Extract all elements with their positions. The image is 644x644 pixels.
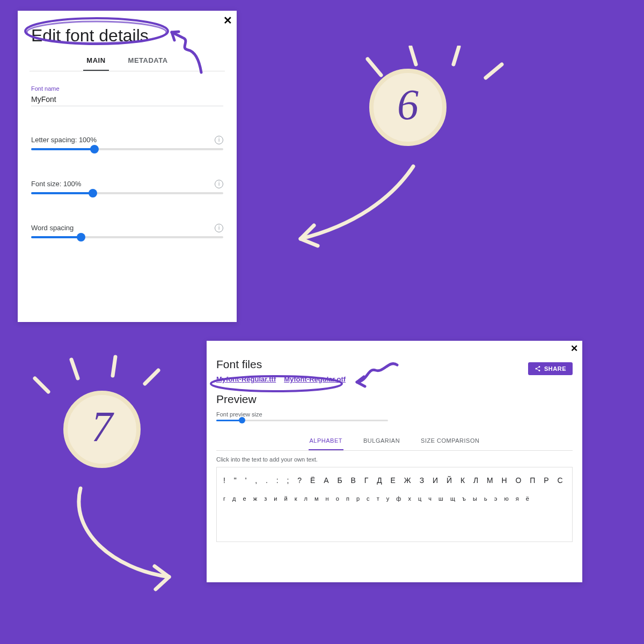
share-label: SHARE	[544, 365, 566, 372]
svg-line-13	[145, 370, 158, 384]
preview-tabs: ALPHABET BULGARIAN SIZE COMPARISON	[216, 432, 573, 451]
preview-size-slider[interactable]	[216, 420, 388, 421]
letter-spacing-group: Letter spacing: 100% i	[18, 136, 237, 150]
tab-main[interactable]: MAIN	[83, 51, 108, 71]
close-icon[interactable]: ✕	[223, 14, 232, 27]
arrow-icon	[64, 483, 188, 596]
share-button[interactable]: SHARE	[528, 362, 573, 375]
tab-size-comparison[interactable]: SIZE COMPARISON	[420, 432, 480, 450]
file-link-ttf[interactable]: Myfont-Regular.ttf	[216, 375, 276, 383]
file-link-otf[interactable]: Myfont-Regular.otf	[284, 375, 346, 383]
word-spacing-slider[interactable]	[31, 236, 223, 238]
panel-title: Edit font details	[18, 11, 237, 51]
svg-line-4	[368, 59, 381, 75]
svg-line-12	[113, 357, 115, 376]
svg-line-6	[453, 47, 459, 64]
font-files-panel: ✕ Font files SHARE Myfont-Regular.ttf My…	[207, 341, 582, 582]
sparkle-lines-icon	[30, 354, 174, 402]
preview-hint: Click into the text to add your own text…	[216, 456, 573, 463]
close-icon[interactable]: ✕	[570, 343, 578, 354]
font-name-input[interactable]	[31, 93, 223, 106]
font-name-field: Font name	[18, 85, 237, 106]
word-spacing-group: Word spacing i	[18, 224, 237, 238]
word-spacing-label: Word spacing	[31, 224, 223, 232]
step-number: 7	[91, 402, 113, 451]
letter-spacing-label: Letter spacing: 100%	[31, 136, 223, 144]
info-icon[interactable]: i	[215, 224, 223, 232]
font-size-label: Font size: 100%	[31, 180, 223, 188]
svg-line-7	[486, 64, 502, 78]
preview-size-label: Font preview size	[216, 411, 573, 418]
svg-line-10	[35, 378, 48, 392]
letter-spacing-slider[interactable]	[31, 148, 223, 150]
svg-line-11	[71, 360, 78, 378]
font-name-label: Font name	[31, 85, 223, 92]
info-icon[interactable]: i	[215, 180, 223, 188]
edit-font-panel: ✕ Edit font details MAIN METADATA Font n…	[18, 11, 237, 322]
font-size-slider[interactable]	[31, 192, 223, 194]
font-files-heading: Font files	[216, 358, 573, 371]
info-icon[interactable]: i	[215, 136, 223, 144]
glyph-row: г д е ж з и й к л м н о п р с т у ф х ц …	[223, 495, 566, 502]
glyph-row: ! " ' , . : ; ? Ё А Б В Г Д Е Ж З И Й К …	[223, 476, 566, 485]
font-size-group: Font size: 100% i	[18, 180, 237, 194]
glyph-preview-area[interactable]: ! " ' , . : ; ? Ё А Б В Г Д Е Ж З И Й К …	[216, 467, 573, 542]
svg-line-5	[411, 47, 416, 64]
tab-alphabet[interactable]: ALPHABET	[309, 432, 343, 450]
tab-bulgarian[interactable]: BULGARIAN	[362, 432, 401, 450]
share-icon	[535, 365, 541, 372]
tabs-row: MAIN METADATA	[30, 51, 225, 71]
tab-metadata[interactable]: METADATA	[125, 51, 171, 71]
preview-heading: Preview	[216, 393, 573, 406]
arrow-icon	[284, 161, 424, 258]
sparkle-lines-icon	[365, 46, 515, 89]
file-links: Myfont-Regular.ttf Myfont-Regular.otf	[216, 375, 573, 383]
